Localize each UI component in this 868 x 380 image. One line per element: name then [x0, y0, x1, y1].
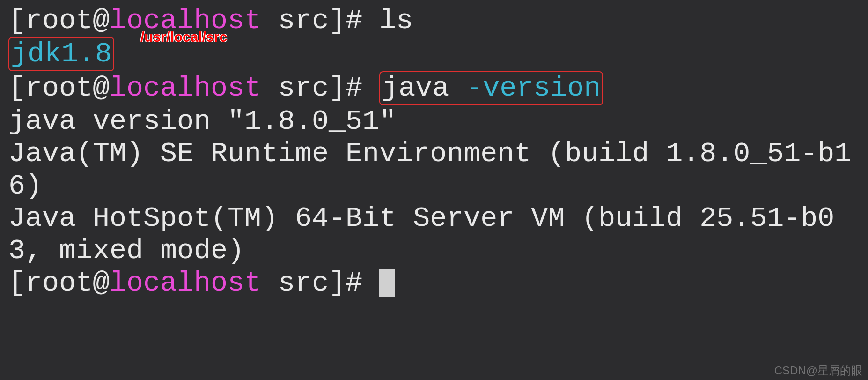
- terminal-text: jdk1.8: [11, 38, 112, 70]
- terminal-text: src]#: [261, 72, 379, 104]
- terminal-text: [root@: [8, 267, 110, 299]
- terminal-text: -version: [466, 72, 601, 104]
- highlight-box: jdk1.8: [8, 37, 114, 71]
- terminal-line: Java(TM) SE Runtime Environment (build 1…: [8, 138, 860, 202]
- annotation-label: /usr/local/src: [140, 29, 227, 45]
- terminal-text: Java HotSpot(TM) 64-Bit Server VM (build…: [8, 202, 834, 267]
- terminal-text: localhost: [110, 267, 261, 299]
- terminal-line: jdk1.8: [8, 37, 860, 71]
- terminal-text: src]#: [261, 267, 379, 299]
- terminal-line: [root@localhost src]#: [8, 267, 860, 299]
- terminal-line: [root@localhost src]# ls: [8, 5, 860, 37]
- cursor[interactable]: [379, 269, 395, 297]
- terminal-text: java version "1.8.0_51": [8, 105, 396, 137]
- terminal-line: [root@localhost src]# java -version: [8, 71, 860, 105]
- terminal-line: Java HotSpot(TM) 64-Bit Server VM (build…: [8, 202, 860, 267]
- terminal-text: [root@: [8, 5, 110, 37]
- terminal-line: java version "1.8.0_51": [8, 105, 860, 138]
- terminal-output: [root@localhost src]# lsjdk1.8[root@loca…: [8, 5, 860, 299]
- terminal-text: [root@: [8, 72, 110, 104]
- terminal-text: java: [382, 72, 466, 104]
- terminal-text: localhost: [110, 72, 261, 104]
- terminal-text: src]# ls: [261, 5, 413, 37]
- watermark: CSDN@星屑的眼: [774, 364, 862, 377]
- terminal-text: Java(TM) SE Runtime Environment (build 1…: [8, 138, 851, 202]
- highlight-box: java -version: [379, 71, 603, 105]
